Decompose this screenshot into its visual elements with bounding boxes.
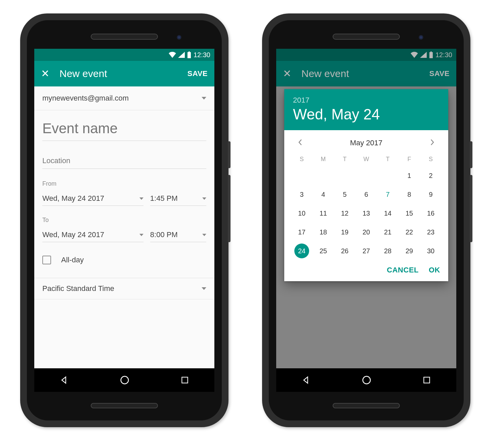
from-label: From (42, 180, 206, 187)
day-cell[interactable]: 10 (291, 204, 312, 223)
day-cell[interactable]: 22 (398, 223, 420, 242)
day-cell[interactable]: 5 (334, 185, 355, 204)
day-cell[interactable]: 13 (355, 204, 377, 223)
day-cell[interactable]: 26 (334, 242, 355, 260)
day-cell[interactable]: 29 (398, 242, 420, 260)
day-cell[interactable]: 14 (377, 204, 398, 223)
recents-icon[interactable] (180, 376, 189, 384)
ok-button[interactable]: OK (429, 266, 440, 274)
chevron-down-icon (202, 197, 206, 200)
form: mynewevents@gmail.com From Wed, (34, 86, 214, 299)
date-picker-header: 2017 Wed, May 24 (284, 89, 448, 130)
cellular-icon (178, 52, 185, 58)
wifi-icon (169, 52, 176, 58)
from-date-dropdown[interactable]: Wed, May 24 2017 (42, 192, 143, 206)
allday-label: All-day (61, 256, 84, 264)
date-picker-year[interactable]: 2017 (293, 96, 439, 105)
nav-bar (276, 368, 456, 392)
save-button[interactable]: SAVE (187, 69, 208, 78)
timezone-value: Pacific Standard Time (42, 284, 114, 293)
day-cell[interactable]: 18 (312, 223, 334, 242)
account-dropdown[interactable]: mynewevents@gmail.com (34, 86, 214, 110)
day-cell[interactable]: 6 (355, 185, 377, 204)
home-icon[interactable] (120, 375, 130, 385)
day-cell[interactable]: 9 (420, 185, 442, 204)
speaker (333, 403, 400, 408)
day-cell[interactable]: 11 (312, 204, 334, 223)
to-label: To (42, 217, 206, 224)
day-cell[interactable]: 21 (377, 223, 398, 242)
close-icon[interactable]: ✕ (41, 69, 49, 79)
back-icon[interactable] (301, 375, 311, 385)
earpiece (333, 34, 400, 40)
day-cell[interactable]: 16 (420, 204, 442, 223)
back-icon[interactable] (59, 375, 69, 385)
day-cell[interactable]: 23 (420, 223, 442, 242)
weekday-cell: M (312, 156, 334, 163)
prev-month-button[interactable] (294, 136, 306, 150)
day-cell[interactable]: 19 (334, 223, 355, 242)
power-button (228, 141, 230, 168)
day-cell[interactable]: 2 (420, 166, 442, 185)
screen-left: 12:30 ✕ New event SAVE mynewevents@gmail… (34, 49, 214, 392)
allday-checkbox[interactable] (42, 256, 51, 264)
home-icon[interactable] (362, 375, 372, 385)
day-empty (355, 166, 377, 185)
nav-bar (34, 368, 214, 392)
earpiece (91, 34, 158, 40)
day-cell[interactable]: 3 (291, 185, 312, 204)
power-button (470, 141, 472, 168)
front-camera (419, 35, 423, 40)
volume-button (470, 175, 472, 242)
days-grid: 1234567891011121314151617181920212223242… (291, 166, 442, 260)
to-time-dropdown[interactable]: 8:00 PM (150, 228, 206, 242)
day-cell[interactable]: 8 (398, 185, 420, 204)
to-date-dropdown[interactable]: Wed, May 24 2017 (42, 228, 143, 242)
weekday-cell: W (355, 156, 377, 163)
day-cell[interactable]: 28 (377, 242, 398, 260)
status-time: 12:30 (194, 51, 210, 59)
day-empty (291, 166, 312, 185)
from-date-value: Wed, May 24 2017 (42, 194, 104, 203)
day-cell[interactable]: 15 (398, 204, 420, 223)
month-title: May 2017 (350, 139, 383, 147)
svg-point-0 (121, 376, 129, 384)
day-cell[interactable]: 27 (355, 242, 377, 260)
battery-icon (187, 51, 192, 58)
from-time-value: 1:45 PM (150, 194, 178, 203)
phone-left: 12:30 ✕ New event SAVE mynewevents@gmail… (20, 13, 228, 427)
svg-rect-3 (424, 377, 429, 383)
chevron-down-icon (139, 234, 143, 236)
weekday-cell: T (377, 156, 398, 163)
day-cell[interactable]: 30 (420, 242, 442, 260)
day-cell[interactable]: 25 (312, 242, 334, 260)
date-picker-selected-date[interactable]: Wed, May 24 (293, 106, 439, 123)
status-bar: 12:30 (34, 49, 214, 61)
recents-icon[interactable] (422, 376, 431, 384)
month-switcher: May 2017 (291, 135, 442, 154)
day-cell[interactable]: 1 (398, 166, 420, 185)
day-empty (334, 166, 355, 185)
phone-right: 12:30 ✕ New event SAVE 2017 Wed, May 24 (262, 13, 470, 427)
volume-button (228, 175, 230, 242)
to-date-value: Wed, May 24 2017 (42, 230, 104, 239)
app-bar: ✕ New event SAVE (34, 61, 214, 86)
chevron-down-icon (202, 97, 206, 100)
cancel-button[interactable]: CANCEL (387, 266, 419, 274)
day-cell[interactable]: 7 (377, 185, 398, 204)
next-month-button[interactable] (427, 136, 438, 150)
day-cell[interactable]: 20 (355, 223, 377, 242)
event-name-input[interactable] (42, 119, 206, 141)
location-input[interactable] (42, 155, 206, 169)
day-empty (377, 166, 398, 185)
weekday-cell: F (398, 156, 420, 163)
day-cell[interactable]: 12 (334, 204, 355, 223)
from-time-dropdown[interactable]: 1:45 PM (150, 192, 206, 206)
timezone-dropdown[interactable]: Pacific Standard Time (34, 278, 214, 299)
day-cell[interactable]: 24 (291, 242, 312, 260)
svg-rect-1 (182, 377, 187, 383)
day-cell[interactable]: 17 (291, 223, 312, 242)
weekday-cell: T (334, 156, 355, 163)
allday-row[interactable]: All-day (34, 248, 214, 272)
day-cell[interactable]: 4 (312, 185, 334, 204)
